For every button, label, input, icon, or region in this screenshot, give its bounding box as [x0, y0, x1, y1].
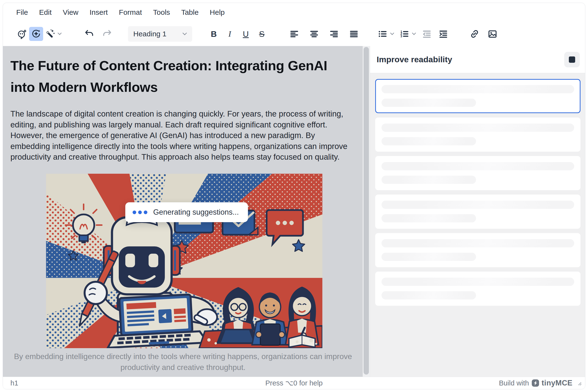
- generating-status-text: Generating suggestions...: [153, 208, 239, 216]
- ai-sidebar: Improve readability: [370, 46, 585, 377]
- underline-icon: U: [243, 30, 249, 38]
- branding-prefix: Build with: [499, 379, 529, 387]
- insert-image-button[interactable]: [485, 27, 499, 41]
- magic-wand-icon: [45, 29, 55, 39]
- align-right-icon: [329, 29, 339, 39]
- menubar: File Edit View Insert Format Tools Table…: [3, 3, 585, 22]
- image-icon: [487, 29, 498, 39]
- block-format-value: Heading 1: [133, 30, 167, 38]
- help-hint: Press ⌥0 for help: [3, 379, 585, 387]
- bold-icon: B: [211, 30, 217, 38]
- menu-file[interactable]: File: [11, 6, 34, 19]
- resize-handle-icon[interactable]: [576, 380, 582, 386]
- image-caption[interactable]: By embedding intelligence directly into …: [11, 351, 356, 373]
- menu-table[interactable]: Table: [176, 6, 204, 19]
- align-justify-button[interactable]: [347, 27, 361, 41]
- indent-button[interactable]: [436, 27, 450, 41]
- outdent-icon: [422, 29, 432, 39]
- align-justify-icon: [349, 29, 359, 39]
- skeleton-bar: [381, 162, 574, 170]
- editor-scrollbar[interactable]: [363, 46, 370, 377]
- loading-dots-icon: [133, 210, 147, 214]
- editor-content[interactable]: The Future of Content Creation: Integrat…: [3, 46, 363, 377]
- align-left-icon: [289, 29, 299, 39]
- sidebar-suggestions-list: [370, 73, 585, 377]
- align-left-button[interactable]: [287, 27, 301, 41]
- chevron-down-icon[interactable]: [412, 33, 416, 35]
- skeleton-bar: [381, 214, 476, 222]
- redo-icon: [102, 28, 112, 39]
- suggestion-card-skeleton[interactable]: [375, 233, 580, 267]
- chevron-down-icon[interactable]: [390, 33, 394, 35]
- tinymce-editor-window: File Edit View Insert Format Tools Table…: [3, 3, 585, 389]
- tinymce-logo-icon: [531, 379, 539, 387]
- skeleton-bar: [381, 278, 574, 286]
- skeleton-bar: [381, 124, 574, 132]
- align-center-button[interactable]: [307, 27, 321, 41]
- ai-assistant-button[interactable]: [15, 27, 29, 41]
- underline-button[interactable]: U: [239, 27, 253, 41]
- main-area: The Future of Content Creation: Integrat…: [3, 46, 585, 377]
- skeleton-bar: [381, 98, 476, 107]
- suggestion-card-skeleton[interactable]: [375, 79, 580, 113]
- italic-button[interactable]: I: [223, 27, 237, 41]
- skeleton-bar: [381, 291, 476, 300]
- skeleton-bar: [381, 253, 476, 261]
- menu-edit[interactable]: Edit: [34, 6, 57, 19]
- document-heading[interactable]: The Future of Content Creation: Integrat…: [11, 55, 350, 98]
- document-paragraph[interactable]: The landscape of digital content creatio…: [11, 108, 356, 162]
- chevron-down-icon[interactable]: [58, 33, 62, 35]
- branding-name[interactable]: tinyMCE: [542, 379, 573, 388]
- strikethrough-button[interactable]: S: [255, 27, 269, 41]
- article-illustration: [46, 174, 322, 348]
- stop-generation-button[interactable]: [564, 52, 580, 67]
- bold-button[interactable]: B: [207, 27, 221, 41]
- link-button[interactable]: [467, 27, 482, 41]
- ai-shortcuts-icon: [31, 29, 41, 39]
- redo-button[interactable]: [100, 27, 114, 41]
- bullet-list-icon: [378, 29, 388, 39]
- toolbar: Heading 1 B I U S: [3, 22, 585, 46]
- italic-icon: I: [228, 30, 231, 38]
- menu-tools[interactable]: Tools: [148, 6, 176, 19]
- bullet-list-button[interactable]: [376, 27, 390, 41]
- menu-view[interactable]: View: [57, 6, 84, 19]
- svg-text:3: 3: [400, 35, 402, 38]
- element-path[interactable]: h1: [11, 379, 18, 387]
- stop-icon: [569, 56, 575, 63]
- scrollbar-thumb[interactable]: [364, 47, 369, 374]
- chevron-down-icon: [183, 33, 187, 35]
- strikethrough-icon: S: [259, 30, 265, 38]
- statusbar: h1 Press ⌥0 for help Build with tinyMCE: [3, 377, 585, 389]
- ai-shortcuts-button[interactable]: [29, 27, 43, 41]
- undo-icon: [84, 28, 95, 39]
- skeleton-bar: [381, 239, 574, 247]
- skeleton-bar: [381, 200, 574, 209]
- skeleton-bar: [381, 85, 574, 93]
- ai-chat-icon: [17, 29, 27, 39]
- suggestion-card-skeleton[interactable]: [375, 272, 580, 306]
- numbered-list-button[interactable]: 123: [397, 27, 412, 41]
- menu-insert[interactable]: Insert: [84, 6, 114, 19]
- menu-format[interactable]: Format: [114, 6, 148, 19]
- link-icon: [469, 29, 480, 39]
- document-image[interactable]: [46, 174, 322, 348]
- suggestion-card-skeleton[interactable]: [375, 118, 580, 152]
- align-right-button[interactable]: [327, 27, 341, 41]
- sidebar-title: Improve readability: [377, 55, 564, 64]
- block-format-select[interactable]: Heading 1: [128, 26, 192, 42]
- ai-tools-button[interactable]: [43, 27, 57, 41]
- skeleton-bar: [381, 176, 476, 184]
- generating-status-pill: Generating suggestions...: [125, 202, 248, 222]
- numbered-list-icon: 123: [399, 29, 410, 39]
- menu-help[interactable]: Help: [204, 6, 230, 19]
- outdent-button[interactable]: [420, 27, 434, 41]
- suggestion-card-skeleton[interactable]: [375, 156, 580, 190]
- undo-button[interactable]: [82, 27, 97, 41]
- suggestion-card-skeleton[interactable]: [375, 194, 580, 229]
- indent-icon: [438, 29, 448, 39]
- sidebar-header: Improve readability: [370, 46, 585, 73]
- skeleton-bar: [381, 137, 476, 145]
- align-center-icon: [309, 29, 319, 39]
